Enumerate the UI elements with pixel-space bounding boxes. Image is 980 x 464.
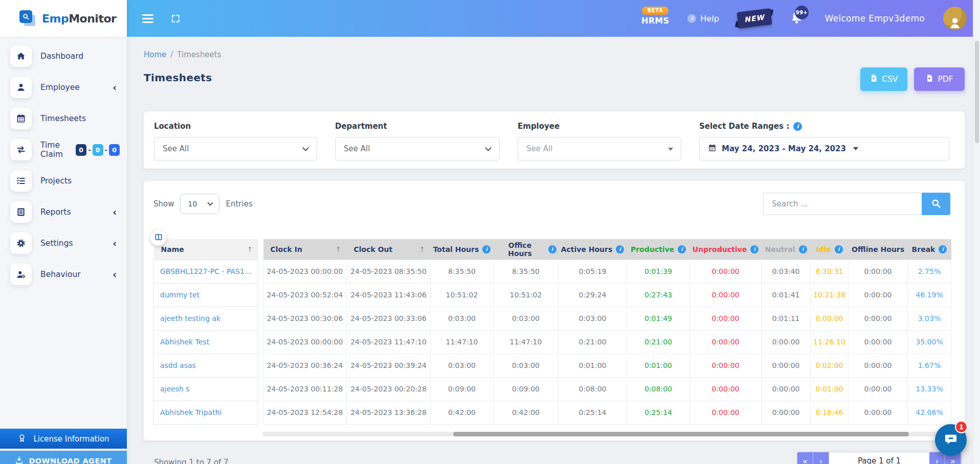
sort-icon[interactable]: ↑	[336, 245, 342, 253]
employee-name-link[interactable]: dummy tet	[160, 291, 252, 299]
column-header-active-hours[interactable]: Active Hoursi	[559, 239, 627, 260]
search-input[interactable]	[763, 193, 922, 215]
next-page-button[interactable]: ›	[929, 452, 945, 464]
employee-name-link[interactable]: ajeesh s	[160, 385, 252, 393]
info-icon[interactable]: i	[793, 122, 802, 131]
cell-clock-out: 24-05-2023 00:39:24	[347, 354, 431, 377]
column-header-total-hours[interactable]: Total Hoursi	[431, 239, 494, 260]
info-icon[interactable]: i	[750, 245, 759, 253]
column-header-idle[interactable]: Idlei	[811, 239, 849, 260]
help-menu[interactable]: i Help	[687, 14, 719, 24]
sidebar-item-dashboard[interactable]: Dashboard	[10, 44, 120, 68]
column-header-neutral[interactable]: Neutrali	[762, 239, 811, 260]
info-icon[interactable]: i	[678, 245, 686, 253]
column-header-break[interactable]: Breaki	[908, 239, 951, 260]
horizontal-scrollbar[interactable]	[262, 432, 950, 436]
employee-name-link[interactable]: GBSBHL1227-PC - PAS12...	[160, 267, 252, 275]
column-header-clock-in[interactable]: Clock In↑	[263, 239, 347, 260]
column-header-clock-out[interactable]: Clock Out↑	[347, 239, 431, 260]
sidebar-item-behaviour[interactable]: Behaviour‹	[10, 262, 120, 287]
fullscreen-icon[interactable]	[171, 14, 181, 24]
time-claim-badge: 0	[109, 144, 120, 156]
scrollbar-thumb[interactable]	[453, 432, 909, 436]
breadcrumb-home-link[interactable]: Home	[144, 50, 166, 59]
cell-idle: 0:02:00	[811, 354, 849, 377]
column-header-unproductive[interactable]: Unproductivei	[690, 239, 762, 260]
cell-active-hours: 0:29:24	[559, 283, 627, 307]
calendar-icon	[708, 144, 717, 154]
info-icon[interactable]: i	[482, 245, 491, 253]
sidebar-item-employee[interactable]: Employee‹	[10, 75, 120, 100]
app-logo[interactable]: EmpMonitor	[0, 0, 127, 37]
column-visibility-button[interactable]	[150, 230, 166, 246]
info-icon[interactable]: i	[939, 245, 947, 253]
sidebar-item-time-claim[interactable]: Time Claim0-0-0	[10, 137, 120, 162]
info-icon[interactable]: i	[799, 245, 807, 253]
cell-clock-out: 24-05-2023 00:33:06	[347, 307, 431, 330]
sidebar-item-settings[interactable]: Settings‹	[10, 231, 120, 256]
column-header-name[interactable]: Name↑	[154, 239, 258, 260]
time-claim-badge: 0	[76, 144, 86, 156]
column-label: Name	[161, 245, 184, 253]
scrollbar-thumb[interactable]	[975, 41, 979, 143]
column-label: Office Hours	[496, 241, 545, 258]
cell-offline-hours: 0:00:00	[849, 401, 908, 424]
user-avatar[interactable]	[943, 7, 967, 30]
caret-down-icon	[853, 147, 858, 150]
info-icon[interactable]: i	[548, 245, 556, 253]
hrms-menu[interactable]: BETA HRMS	[641, 7, 669, 26]
cell-active-hours: 0:01:00	[559, 354, 627, 377]
info-icon[interactable]: i	[616, 245, 624, 253]
first-page-button[interactable]: «	[797, 452, 813, 464]
csv-export-button[interactable]: CSV	[860, 67, 907, 91]
license-information-button[interactable]: License Information	[0, 428, 127, 449]
employee-name-link[interactable]: Abhishek Test	[160, 338, 252, 346]
timesheets-table: Name↑ GBSBHL1227-PC - PAS12...dummy teta…	[153, 239, 950, 425]
sidebar-item-timesheets[interactable]: Timesheets	[10, 106, 120, 131]
user-gear-icon	[10, 264, 32, 285]
entries-per-page-select[interactable]: 10	[180, 194, 219, 214]
cell-office-hours: 10:51:02	[494, 283, 559, 307]
page-scrollbar[interactable]	[973, 0, 980, 464]
pdf-export-button[interactable]: PDF	[914, 67, 965, 91]
sidebar-item-projects[interactable]: Projects	[10, 169, 120, 193]
column-header-offline-hours[interactable]: Offline Hours	[849, 239, 908, 260]
empmonitor-logo-icon	[19, 9, 38, 28]
table-row: Abhishek Test	[154, 330, 258, 354]
hamburger-menu-icon[interactable]	[142, 12, 153, 25]
search-button[interactable]	[922, 193, 950, 215]
cell-offline-hours: 0:00:00	[849, 377, 908, 401]
new-banner[interactable]: NEW	[738, 10, 771, 27]
cell-neutral: 0:01:11	[762, 307, 811, 330]
license-label: License Information	[33, 434, 109, 444]
employee-name-link[interactable]: asdd asas	[160, 361, 252, 369]
column-header-office-hours[interactable]: Office Hoursi	[494, 239, 559, 260]
employee-name-link[interactable]: Abhishek Tripathi	[160, 408, 252, 416]
swap-icon	[10, 139, 32, 160]
cell-break: 3.03%	[908, 307, 951, 330]
chat-widget-button[interactable]: 1	[935, 424, 967, 456]
location-select[interactable]: See All	[154, 137, 317, 160]
cell-active-hours: 0:21:00	[559, 330, 627, 354]
cell-office-hours: 0:09:00	[494, 377, 559, 401]
table-row: 24-05-2023 00:30:0624-05-2023 00:33:060:…	[263, 307, 951, 330]
employee-select[interactable]: See All	[518, 137, 681, 160]
previous-page-button[interactable]: ‹	[813, 452, 829, 464]
cell-total-hours: 11:47:10	[431, 330, 494, 354]
employee-name-link[interactable]: ajeeth testing ak	[160, 314, 252, 322]
sort-icon[interactable]: ↑	[247, 245, 253, 253]
name-cell: ajeeth testing ak	[154, 307, 258, 330]
cell-break: 1.67%	[908, 354, 951, 377]
sort-icon[interactable]: ↑	[419, 245, 426, 253]
table-row: 24-05-2023 00:00:0024-05-2023 08:35:508:…	[263, 260, 951, 283]
table-row: dummy tet	[154, 283, 258, 307]
column-header-productive[interactable]: Productivei	[627, 239, 690, 260]
info-icon[interactable]: i	[835, 245, 843, 253]
department-select[interactable]: See All	[335, 137, 500, 160]
sidebar-item-reports[interactable]: Reports‹	[10, 200, 120, 224]
cell-unproductive: 0:00:00	[690, 330, 762, 354]
download-agent-button[interactable]: DOWNLOAD AGENT	[0, 451, 127, 464]
date-range-picker[interactable]: May 24, 2023 - May 24, 2023	[699, 137, 949, 160]
sidebar-item-label: Time Claim	[40, 141, 71, 159]
notifications-button[interactable]: 99+	[790, 11, 804, 27]
